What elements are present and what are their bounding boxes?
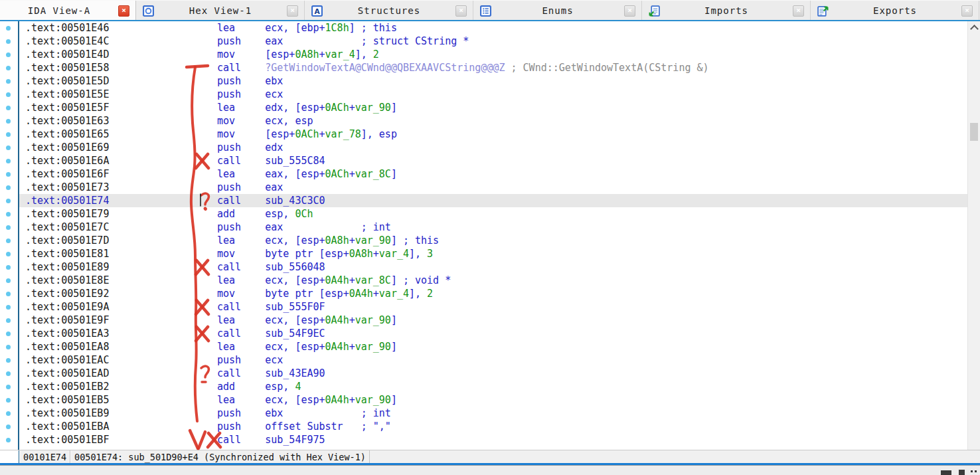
tab-close-button[interactable]: × xyxy=(118,5,129,17)
asm-comment: ; int xyxy=(283,407,391,419)
asm-operand: ecx, [esp+ xyxy=(265,314,325,326)
asm-operand: esp, xyxy=(265,208,295,220)
taskbar-icon[interactable] xyxy=(971,470,973,472)
executable-line-dot xyxy=(6,278,11,283)
tab-label: Imports xyxy=(660,5,793,16)
asm-line[interactable]: .text:00501E8E lea ecx, [esp+0A4h+var_8C… xyxy=(19,274,968,287)
asm-line[interactable]: .text:00501EA3 call sub_54F9EC xyxy=(19,327,968,340)
asm-line[interactable]: .text:00501E6A call sub_555C84 xyxy=(19,154,968,167)
asm-mnemonic: mov xyxy=(109,128,265,140)
asm-line[interactable]: .text:00501E9F lea ecx, [esp+0A4h+var_90… xyxy=(19,314,968,327)
asm-operand: var_4 xyxy=(379,288,409,300)
tab-hex-view-1[interactable]: Hex View-1× xyxy=(136,1,305,21)
asm-operand: sub_54F975 xyxy=(265,434,325,446)
executable-line-dot xyxy=(6,425,11,429)
asm-line[interactable]: .text:00501E81 mov byte ptr [esp+0A8h+va… xyxy=(19,247,968,260)
asm-operand: + xyxy=(349,168,355,180)
asm-line[interactable]: .text:00501E46 lea ecx, [ebp+1C8h] ; thi… xyxy=(19,21,968,35)
taskbar-icon[interactable] xyxy=(959,470,965,475)
asm-operand: ecx, [esp+ xyxy=(265,274,325,286)
asm-line[interactable]: .text:00501E5E push ecx xyxy=(19,88,968,101)
scrollbar-up-button[interactable] xyxy=(968,21,980,33)
taskbar-icon[interactable] xyxy=(941,470,951,475)
asm-mnemonic: mov xyxy=(109,115,265,127)
disassembly-listing[interactable]: .text:00501E46 lea ecx, [ebp+1C8h] ; thi… xyxy=(19,21,968,450)
asm-operand: + xyxy=(319,128,325,140)
scrollbar-thumb[interactable] xyxy=(970,123,978,141)
asm-operand: 0Ch xyxy=(295,208,313,220)
asm-line[interactable]: .text:00501E4C push eax ; struct CString… xyxy=(19,35,968,48)
asm-line[interactable]: .text:00501E74 call sub_43C3C0 xyxy=(19,194,968,207)
executable-line-dot xyxy=(6,66,11,70)
executable-line-dot xyxy=(6,225,11,230)
asm-line[interactable]: .text:00501EBF call sub_54F975 xyxy=(19,433,968,446)
tab-close-button[interactable]: × xyxy=(455,5,467,17)
asm-line[interactable]: .text:00501EB2 add esp, 4 xyxy=(19,380,968,393)
asm-mnemonic: add xyxy=(109,208,265,220)
asm-line[interactable]: .text:00501EB9 push ebx ; int xyxy=(19,407,968,420)
tab-close-button[interactable]: × xyxy=(793,5,804,17)
asm-line[interactable]: .text:00501E69 push edx xyxy=(19,141,968,154)
executable-line-dot xyxy=(6,212,11,217)
asm-address: .text:00501E7D xyxy=(25,235,109,246)
tab-label: Structures xyxy=(323,5,455,16)
asm-operand: ], esp xyxy=(361,128,397,140)
asm-mnemonic: call xyxy=(109,261,265,273)
asm-mnemonic: push xyxy=(109,354,265,366)
asm-address: .text:00501EBF xyxy=(25,434,109,446)
asm-line[interactable]: .text:00501EB5 lea ecx, [esp+0A4h+var_90… xyxy=(19,393,968,407)
vertical-scrollbar[interactable] xyxy=(967,21,980,463)
asm-line[interactable]: .text:00501E6F lea eax, [esp+0ACh+var_8C… xyxy=(19,167,968,181)
asm-line[interactable]: .text:00501E89 call sub_556048 xyxy=(19,260,968,274)
asm-mnemonic: add xyxy=(109,381,265,393)
tab-close-button[interactable]: × xyxy=(624,5,635,17)
asm-operand: ], xyxy=(355,48,373,60)
asm-line[interactable]: .text:00501E9A call sub_555F0F xyxy=(19,300,968,314)
tab-close-button[interactable]: × xyxy=(287,5,298,17)
asm-address: .text:00501E58 xyxy=(25,62,109,74)
asm-line[interactable]: .text:00501E7D lea ecx, [esp+0A8h+var_90… xyxy=(19,234,968,247)
executable-line-dot xyxy=(6,292,11,296)
tab-bar: IDA View-A×Hex View-1×AStructures×Enums×… xyxy=(0,0,980,21)
status-bar: 00101E74 00501E74: sub_501D90+E4 (Synchr… xyxy=(0,450,980,463)
asm-line[interactable]: .text:00501E7C push eax ; int xyxy=(19,221,968,234)
tab-structures[interactable]: AStructures× xyxy=(305,1,473,21)
status-address-cell: 00101E74 xyxy=(19,450,70,463)
asm-operand: ] xyxy=(391,235,397,246)
asm-operand: ecx xyxy=(265,354,283,366)
asm-line[interactable]: .text:00501EAD call sub_43EA90 xyxy=(19,367,968,380)
asm-line[interactable]: .text:00501E79 add esp, 0Ch xyxy=(19,207,968,221)
asm-address: .text:00501E5D xyxy=(25,75,109,87)
asm-mnemonic: lea xyxy=(109,274,265,286)
asm-operand: ] xyxy=(391,102,397,114)
tab-enums[interactable]: Enums× xyxy=(473,1,642,21)
asm-line[interactable]: .text:00501E65 mov [esp+0ACh+var_78], es… xyxy=(19,128,968,141)
asm-operand: var_8C xyxy=(355,274,391,286)
tab-close-button[interactable]: × xyxy=(961,5,973,17)
asm-line[interactable]: .text:00501E92 mov byte ptr [esp+0A4h+va… xyxy=(19,287,968,300)
asm-address: .text:00501E9F xyxy=(25,314,109,326)
asm-line[interactable]: .text:00501E5D push ebx xyxy=(19,74,968,88)
asm-line[interactable]: .text:00501E73 push eax xyxy=(19,181,968,194)
asm-line[interactable]: .text:00501EAC push ecx xyxy=(19,353,968,367)
asm-operand: var_4 xyxy=(325,48,355,60)
asm-address: .text:00501EAD xyxy=(25,367,109,379)
executable-line-dot xyxy=(6,411,11,416)
asm-operand: ecx, esp xyxy=(265,115,313,127)
asm-operand: eax, [esp+ xyxy=(265,168,325,180)
asm-line[interactable]: .text:00501E4D mov [esp+0A8h+var_4], 2 xyxy=(19,48,968,61)
tab-imports[interactable]: Imports× xyxy=(642,1,811,21)
taskbar-icon[interactable] xyxy=(975,470,977,472)
asm-operand: 0A4h xyxy=(325,274,349,286)
asm-line[interactable]: .text:00501E63 mov ecx, esp xyxy=(19,114,968,128)
asm-mnemonic: push xyxy=(109,75,265,87)
asm-line[interactable]: .text:00501EBA push offset Substr ; "," xyxy=(19,420,968,433)
asm-line[interactable]: .text:00501EA8 lea ecx, [esp+0A4h+var_90… xyxy=(19,340,968,353)
asm-line[interactable]: .text:00501E58 call ?GetWindowTextA@CWnd… xyxy=(19,61,968,74)
tab-ida-view-a[interactable]: IDA View-A× xyxy=(0,1,136,21)
asm-operand: eax xyxy=(265,35,283,47)
executable-line-dot xyxy=(6,92,11,97)
tab-exports[interactable]: Exports× xyxy=(811,1,979,21)
asm-operand: 0ACh xyxy=(325,168,349,180)
asm-line[interactable]: .text:00501E5F lea edx, [esp+0ACh+var_90… xyxy=(19,101,968,114)
